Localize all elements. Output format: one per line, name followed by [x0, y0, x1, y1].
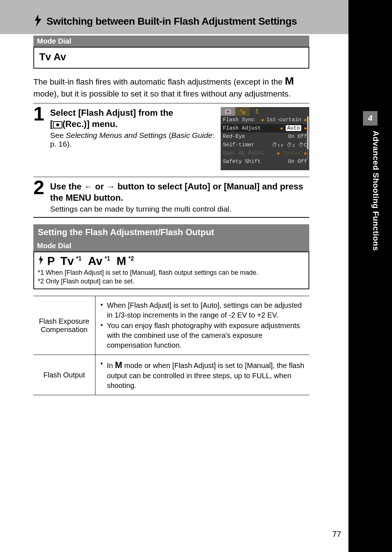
s1t-b: (	[167, 131, 171, 139]
footnote-1: *1 When [Flash Adjust] is set to [Manual…	[38, 269, 305, 277]
flash-icon	[33, 15, 43, 28]
mode-box-2: P Tv*1 Av*1 M*2 *1 When [Flash Adjust] i…	[33, 252, 309, 289]
menu-value: On Off	[288, 134, 307, 139]
flash-icon	[38, 255, 44, 265]
menu-label: Red-Eye	[223, 134, 245, 139]
menu-label: Flash Sync	[223, 117, 254, 123]
menu-row: Red-EyeOn Off	[221, 132, 309, 141]
step1-heading: Select [Flash Adjust] from the [(Rec.)] …	[50, 107, 216, 130]
divider	[33, 103, 309, 103]
menu-value: ◀ 1st-curtain ▶	[261, 117, 307, 123]
step-number: 1	[33, 107, 46, 170]
section-number: 4	[363, 111, 377, 126]
arrow-right-icon: →	[106, 181, 115, 192]
step1-h-a: Select [Flash Adjust] from the	[50, 108, 173, 118]
menu-value: ⏱₁₀ ⏱₂ ⏱C	[272, 142, 307, 148]
svg-rect-5	[243, 112, 245, 114]
tab-camera-icon	[221, 107, 235, 116]
camera-menu-screenshot: Flash Sync◀ 1st-curtain ▶Flash Adjust◀ A…	[221, 107, 309, 170]
mode-av: Av	[88, 254, 102, 268]
menu-row: Flash Adjust◀ Auto ▶	[221, 124, 309, 132]
tab-person-icon	[250, 107, 264, 116]
row1-b1: When [Flash Adjust] is set to [Auto], se…	[99, 300, 306, 320]
r2-b: mode or when [Flash Adjust] is set to [M…	[107, 361, 305, 389]
row2-head: Flash Output	[33, 355, 95, 395]
mode-tv: Tv	[60, 254, 74, 268]
row2-body: In M mode or when [Flash Adjust] is set …	[95, 355, 309, 395]
menu-value: ◀ Center ▶	[277, 150, 307, 156]
r2-a: In	[107, 361, 115, 369]
sup-2: *2	[128, 255, 134, 262]
intro-text: The built-in flash fires with automatic …	[33, 74, 309, 99]
menu-row: Spot AE Point◀ Center ▶	[221, 149, 309, 158]
comparison-table: Flash Exposure Compensation When [Flash …	[33, 296, 309, 395]
svg-point-2	[56, 123, 59, 126]
menu-row: Self-timer⏱₁₀ ⏱₂ ⏱C	[221, 141, 309, 149]
svg-point-6	[256, 109, 258, 111]
svg-point-4	[227, 111, 229, 113]
mode-p: P	[47, 254, 55, 268]
step1-text: See Selecting Menus and Settings (Basic …	[50, 131, 216, 148]
s1t-em: Selecting Menus and Settings	[66, 131, 167, 139]
footnotes: *1 When [Flash Adjust] is set to [Manual…	[38, 269, 305, 286]
sup-1b: *1	[105, 255, 110, 262]
menu-value: On Off	[288, 159, 307, 164]
s2-a: Use the	[50, 181, 84, 191]
menu-value: ◀ Auto ▶	[280, 125, 307, 131]
table-row: Flash Output In M mode or when [Flash Ad…	[33, 355, 309, 395]
step-number: 2	[33, 181, 46, 213]
s2-b: or	[93, 181, 106, 191]
section-heading: Setting the Flash Adjustment/Flash Outpu…	[33, 224, 309, 240]
step-2: 2 Use the ← or → button to select [Auto]…	[33, 181, 309, 213]
mode-box: Tv Av	[33, 47, 309, 69]
intro-a: The built-in flash fires with automatic …	[33, 77, 285, 86]
side-black-bar: 4 Advanced Shooting Functions	[348, 0, 392, 552]
svg-marker-0	[35, 15, 41, 27]
m-icon: M	[285, 75, 294, 87]
menu-label: Self-timer	[223, 142, 254, 148]
step-1: 1 Select [Flash Adjust] from the [(Rec.)…	[33, 107, 309, 170]
section-label: Advanced Shooting Functions	[371, 131, 380, 251]
page-title: Switching between Built-in Flash Adjustm…	[46, 16, 297, 27]
mode-m: M	[117, 254, 126, 268]
menu-label: Flash Adjust	[223, 125, 261, 131]
menu-label: Safety Shift	[223, 159, 261, 164]
footnote-2: *2 Only [Flash output] can be set.	[38, 277, 305, 286]
s1t-a: See	[50, 131, 66, 139]
tab-tools-icon	[235, 107, 250, 116]
row1-b2: You can enjoy flash photography with exp…	[99, 321, 306, 350]
camera-icon	[53, 121, 62, 128]
sup-1: *1	[76, 255, 82, 262]
row1-head: Flash Exposure Compensation	[33, 296, 95, 355]
menu-label: Spot AE Point	[223, 150, 264, 156]
mode-dial-label-2: Mode Dial	[33, 240, 309, 252]
m-icon: M	[115, 360, 122, 370]
bracket-open: [	[50, 119, 53, 129]
menu-row: Safety ShiftOn Off	[221, 158, 309, 166]
divider	[33, 177, 309, 177]
intro-b: mode), but it is possible to set it so t…	[33, 89, 291, 98]
arrow-left-icon: ←	[84, 181, 93, 192]
s1t-em2: Basic Guide	[171, 131, 212, 139]
row1-body: When [Flash Adjust] is set to [Auto], se…	[95, 296, 309, 355]
menu-row: Flash Sync◀ 1st-curtain ▶	[221, 116, 309, 124]
svg-marker-7	[39, 255, 43, 265]
divider	[33, 217, 309, 218]
step2-text: Settings can be made by turning the mult…	[50, 205, 309, 213]
page-number: 77	[332, 529, 341, 539]
step2-heading: Use the ← or → button to select [Auto] o…	[50, 181, 309, 203]
row2-b1: In M mode or when [Flash Adjust] is set …	[99, 359, 306, 391]
table-row: Flash Exposure Compensation When [Flash …	[33, 296, 309, 355]
scrollbar-thumb	[307, 116, 309, 149]
step1-h-b: (Rec.)] menu.	[62, 119, 118, 129]
mode-dial-label: Mode Dial	[33, 36, 309, 47]
